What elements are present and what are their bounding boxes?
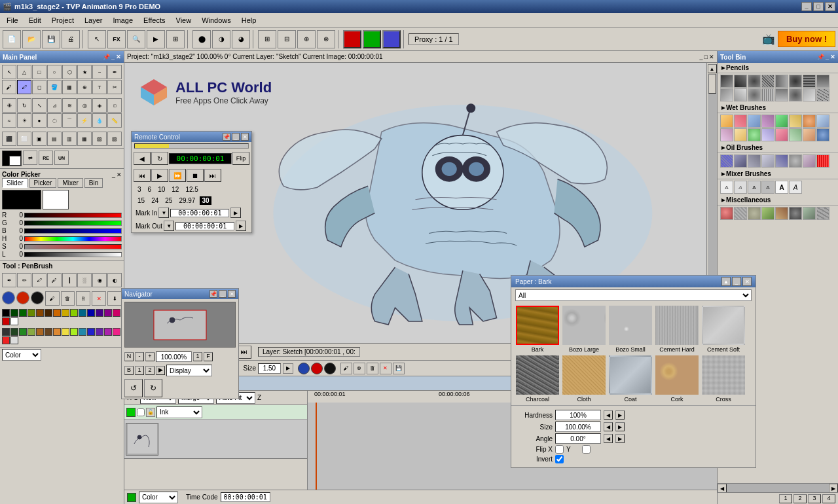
wet-8[interactable] xyxy=(816,115,829,128)
nav-2-btn[interactable]: 2 xyxy=(145,366,155,375)
color-tab-picker[interactable]: Picker xyxy=(29,178,57,188)
swatch2-6[interactable] xyxy=(45,328,52,336)
remote-stop[interactable]: ⏹ xyxy=(187,169,204,182)
swatch2-12[interactable] xyxy=(96,328,103,336)
layer-name-dropdown[interactable]: Ink xyxy=(156,406,202,418)
nav-pin-btn[interactable]: 📌 xyxy=(210,290,217,298)
tool-scale[interactable]: ⤡ xyxy=(32,98,46,113)
blue-slider[interactable] xyxy=(24,228,122,234)
menu-effects[interactable]: Effects xyxy=(138,15,170,26)
tool-lasso[interactable]: ⌒ xyxy=(62,113,77,128)
remote-flip-btn[interactable]: Flip xyxy=(232,152,249,165)
layer-visible-check[interactable] xyxy=(137,408,145,416)
dot-blue[interactable] xyxy=(298,363,310,374)
wet-brushes-cat[interactable]: Wet Brushes xyxy=(718,103,838,113)
paper-bozo-small[interactable]: Bozo Small xyxy=(608,306,653,353)
hardness-inc-btn[interactable]: ▶ xyxy=(615,410,625,420)
remote-skip-end[interactable]: ⏭ xyxy=(204,169,221,182)
tool-re[interactable]: RE xyxy=(39,151,53,165)
swatch-white[interactable] xyxy=(10,317,18,325)
tool-stamp[interactable]: ⊕ xyxy=(77,80,92,94)
fps-25[interactable]: 25 xyxy=(163,196,174,205)
tool-pen[interactable]: ✒ xyxy=(107,65,122,79)
wet-1[interactable] xyxy=(720,115,733,128)
nav-close-btn[interactable]: ✕ xyxy=(228,290,236,298)
paper-close-btn[interactable]: ✕ xyxy=(742,277,752,286)
menu-help[interactable]: Help xyxy=(236,15,262,26)
paper-cement-soft[interactable]: Cement Soft xyxy=(701,306,746,353)
remote-play-fwd[interactable]: ▶ xyxy=(151,169,168,182)
oil-5[interactable] xyxy=(775,154,788,168)
tool-curve[interactable]: ~ xyxy=(92,65,107,79)
swatch2-11[interactable] xyxy=(87,328,95,336)
oil-1[interactable] xyxy=(720,154,733,168)
canvas-close-btn[interactable]: ✕ xyxy=(709,54,714,60)
wipe-icon[interactable]: 🗑 xyxy=(61,291,75,306)
nav-rotate-left[interactable]: ↺ xyxy=(124,379,143,397)
swatch2-2[interactable] xyxy=(10,328,18,336)
paper-coat[interactable]: Coat xyxy=(608,355,653,403)
tl-x-btn[interactable]: ✕ xyxy=(380,363,392,374)
tool-penbrush[interactable]: 🖊 xyxy=(17,80,31,94)
dot-black[interactable] xyxy=(324,363,336,374)
pencil-14[interactable] xyxy=(789,88,802,101)
remote-vol-down[interactable]: ◀ xyxy=(134,152,151,165)
swatch2-4[interactable] xyxy=(27,328,35,336)
pencil-15[interactable] xyxy=(803,88,816,101)
swatch2-15[interactable] xyxy=(2,336,10,344)
canvas-header-controls[interactable]: _ □ ✕ xyxy=(700,54,714,60)
pencil-9[interactable] xyxy=(720,88,733,101)
canvas-restore-btn[interactable]: □ xyxy=(704,54,708,60)
pencils-cat[interactable]: Pencils xyxy=(718,63,838,73)
scroll-up-btn[interactable]: ▲ xyxy=(708,64,717,73)
pencil-10[interactable] xyxy=(734,88,747,101)
swatch-yellow[interactable] xyxy=(62,309,69,317)
paper-filter-dropdown[interactable]: All xyxy=(515,289,752,301)
sat-slider[interactable] xyxy=(24,244,122,249)
minimize-btn[interactable]: _ xyxy=(801,2,812,11)
swatch2-9[interactable] xyxy=(70,328,78,336)
swatch-red[interactable] xyxy=(2,317,10,325)
remote-step-fwd[interactable]: ⏩ xyxy=(169,169,186,182)
background-color[interactable] xyxy=(43,190,69,209)
misc-7[interactable] xyxy=(803,207,816,220)
tool-rect[interactable]: □ xyxy=(32,65,46,79)
wet-7[interactable] xyxy=(803,115,816,128)
color-indicator[interactable] xyxy=(127,493,136,502)
hue-slider[interactable] xyxy=(24,236,122,242)
fps-15[interactable]: 15 xyxy=(136,196,147,205)
panel-pin-btn[interactable]: 📌 xyxy=(103,54,110,60)
tl-paint-btn[interactable]: 🖌 xyxy=(340,363,352,374)
page-4-btn[interactable]: 4 xyxy=(822,494,835,503)
tool-3d3[interactable]: ▣ xyxy=(32,132,46,146)
action-dl[interactable]: ⬇ xyxy=(107,291,122,306)
flip-x-check[interactable] xyxy=(555,445,564,454)
invert-check[interactable] xyxy=(555,455,564,463)
tool-clone[interactable]: ⎅ xyxy=(107,98,122,113)
tool-brush[interactable]: 🖌 xyxy=(2,80,16,94)
paper-cement-hard[interactable]: Cement Hard xyxy=(655,306,699,353)
pencil-13[interactable] xyxy=(775,88,788,101)
nav-zoom-input[interactable] xyxy=(156,351,192,362)
skip-end-btn[interactable]: ⏭ xyxy=(237,346,251,359)
buy-now-btn[interactable]: Buy now ! xyxy=(778,31,835,47)
pen-tool-5[interactable]: ┃ xyxy=(62,273,77,287)
swatch-teal[interactable] xyxy=(79,309,86,317)
nav-minimize-btn[interactable]: _ xyxy=(219,290,227,298)
pencil-3[interactable] xyxy=(748,75,761,88)
mixer-4[interactable]: A xyxy=(761,181,774,194)
nav-angle-btn[interactable]: ▶ xyxy=(156,366,165,375)
paper-charcoal[interactable]: Charcoal xyxy=(515,355,560,403)
pen-tool-1[interactable]: ✒ xyxy=(2,273,16,287)
maximize-btn[interactable]: □ xyxy=(813,2,824,11)
tool-warp[interactable]: ≋ xyxy=(62,98,77,113)
remote-refresh[interactable]: ↻ xyxy=(151,152,168,165)
wet-15[interactable] xyxy=(803,128,816,141)
scroll-thumb-v[interactable] xyxy=(708,74,716,94)
green-slider[interactable] xyxy=(24,221,122,226)
oil-brushes-cat[interactable]: Oil Brushes xyxy=(718,143,838,153)
tool-star[interactable]: ★ xyxy=(77,65,92,79)
tool-bin-controls[interactable]: 📌 _ ✕ xyxy=(817,54,835,60)
paper-cork[interactable]: Cork xyxy=(655,355,699,403)
quarter-btn[interactable]: ◕ xyxy=(232,30,250,48)
